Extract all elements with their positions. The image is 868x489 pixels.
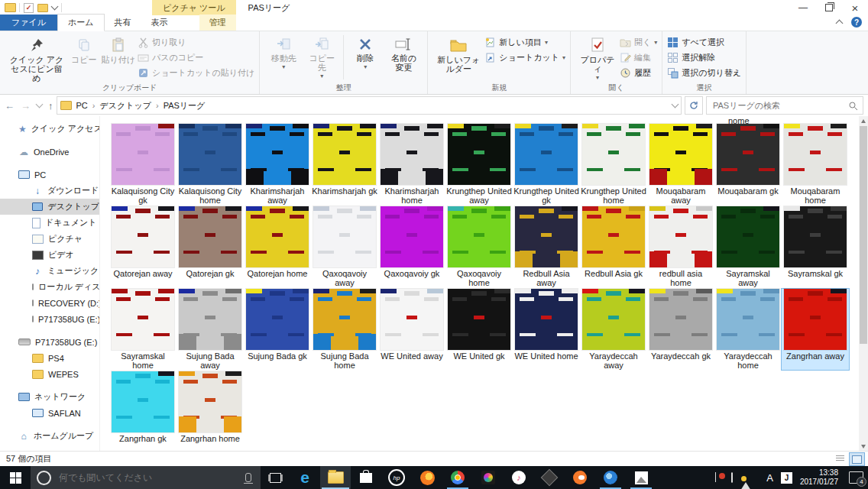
- copy-button[interactable]: コピー: [69, 34, 99, 66]
- breadcrumb-separator-icon[interactable]: ›: [156, 101, 159, 110]
- file-item[interactable]: WE United gk: [445, 289, 513, 370]
- scroll-up-icon[interactable]: [859, 116, 868, 125]
- file-item[interactable]: Zangrhan home: [177, 371, 244, 451]
- taskbar-app-firefox-icon[interactable]: [412, 466, 442, 489]
- copy-to-button[interactable]: コピー先 ▾: [303, 34, 341, 83]
- tab-home[interactable]: ホーム: [57, 14, 105, 31]
- file-item[interactable]: Kharimsharjah gk: [311, 124, 378, 205]
- action-center-icon[interactable]: 4: [849, 471, 863, 484]
- taskbar-app-edge-icon[interactable]: e: [290, 466, 320, 489]
- sidebar-item[interactable]: ピクチャ: [0, 231, 99, 247]
- tray-pen-icon[interactable]: [731, 473, 733, 482]
- breadcrumb-item[interactable]: PC: [76, 101, 88, 110]
- tab-view[interactable]: 表示: [141, 15, 178, 31]
- file-item[interactable]: Sujung Bada gk: [244, 289, 311, 370]
- close-button[interactable]: ×: [842, 0, 868, 15]
- sidebar-item[interactable]: RECOVERY (D:): [0, 295, 99, 311]
- move-to-button[interactable]: 移動先 ▾: [264, 34, 303, 73]
- pin-to-quick-access-button[interactable]: クイック アクセスにピン留め: [5, 34, 69, 84]
- copy-path-button[interactable]: パスのコピー: [138, 50, 254, 64]
- file-item[interactable]: Yaraydeccah away: [580, 289, 647, 370]
- sidebar-item[interactable]: ↓ダウンロード: [0, 183, 99, 199]
- tab-manage[interactable]: 管理: [199, 15, 236, 31]
- file-item[interactable]: Qaxoqavoiy gk: [378, 206, 445, 287]
- sidebar-item[interactable]: P717358UG (E:): [0, 311, 99, 327]
- details-view-button[interactable]: [833, 452, 847, 465]
- delete-button[interactable]: 削除 ▾: [346, 34, 384, 73]
- history-button[interactable]: 履歴: [620, 66, 657, 79]
- file-item[interactable]: Sayramskal away: [714, 206, 782, 287]
- file-item[interactable]: Mouqabaram home: [782, 124, 849, 205]
- select-none-button[interactable]: 選択解除: [667, 50, 741, 64]
- breadcrumb-item[interactable]: デスクトップ: [99, 100, 151, 112]
- file-item[interactable]: Mouqabaram away: [647, 124, 714, 205]
- taskbar-app-hp-icon[interactable]: hp: [381, 466, 412, 489]
- sidebar-item[interactable]: ビデオ: [0, 247, 99, 263]
- sidebar-item[interactable]: ☁OneDrive: [0, 144, 99, 160]
- cortana-input[interactable]: [57, 471, 239, 484]
- help-icon[interactable]: ?: [851, 17, 862, 28]
- tab-file[interactable]: ファイル: [0, 15, 57, 31]
- vertical-scrollbar[interactable]: [859, 116, 868, 451]
- paste-shortcut-button[interactable]: ショートカットの貼り付け: [138, 66, 254, 79]
- scroll-down-icon[interactable]: [859, 442, 868, 451]
- tray-ime-j-icon[interactable]: J: [781, 472, 792, 484]
- sidebar-item[interactable]: デスクトップ: [0, 199, 99, 215]
- file-item[interactable]: Redbull Asia away: [513, 206, 580, 287]
- sidebar-item[interactable]: ⌂ホームグループ: [0, 428, 99, 444]
- file-item[interactable]: Kalaquisong City gk: [109, 124, 177, 205]
- sidebar-item[interactable]: PC: [0, 167, 99, 183]
- file-item[interactable]: Sayramskal gk: [782, 206, 849, 287]
- breadcrumb-separator-icon[interactable]: ›: [92, 101, 96, 110]
- thumbnail-view-button[interactable]: [849, 452, 865, 466]
- new-folder-button[interactable]: 新しいフォルダー: [432, 34, 484, 75]
- back-button[interactable]: ←: [5, 100, 15, 112]
- file-item[interactable]: Sayramskal home: [109, 289, 177, 370]
- invert-selection-button[interactable]: 選択の切り替え: [667, 66, 741, 79]
- file-item[interactable]: Qaxoqavoiy away: [311, 206, 378, 287]
- refresh-button[interactable]: [685, 96, 703, 115]
- file-item[interactable]: Kharimsharjah home: [378, 124, 445, 205]
- sidebar-item[interactable]: PS4: [0, 350, 99, 366]
- file-item[interactable]: Kalaquisong City home: [177, 124, 244, 205]
- taskbar-app-photo-editor-icon[interactable]: [473, 466, 504, 489]
- paste-button[interactable]: 貼り付け: [99, 34, 138, 66]
- file-item[interactable]: Krungthep United gk: [513, 124, 580, 205]
- file-item[interactable]: Krungthep United home: [580, 124, 647, 205]
- taskbar-app-inkscape-icon[interactable]: [534, 466, 565, 489]
- breadcrumb[interactable]: PC›デスクトップ›PASリーグ: [57, 96, 682, 115]
- microphone-icon[interactable]: [245, 473, 251, 482]
- file-item[interactable]: Qaxoqavoiy home: [445, 206, 513, 287]
- up-button[interactable]: ↑: [48, 100, 53, 112]
- file-item[interactable]: Zangrhan gk: [109, 371, 177, 451]
- file-item[interactable]: Yaraydeccah home: [714, 289, 782, 370]
- cortana-search[interactable]: [31, 466, 261, 489]
- taskbar-app-blender-icon[interactable]: [565, 466, 595, 489]
- file-item[interactable]: redbull asia home: [647, 206, 714, 287]
- properties-quick-icon[interactable]: ✓: [24, 3, 34, 13]
- search-box[interactable]: [706, 96, 863, 115]
- sidebar-item[interactable]: WEPES: [0, 366, 99, 382]
- file-item[interactable]: Qatorejan away: [109, 206, 177, 287]
- rename-button[interactable]: 名前の変更: [384, 34, 423, 73]
- file-item[interactable]: Kharimsharjah away: [244, 124, 311, 205]
- select-all-button[interactable]: すべて選択: [667, 35, 741, 49]
- taskbar-app-store-icon[interactable]: [351, 466, 381, 489]
- edit-button[interactable]: 編集: [620, 50, 657, 64]
- file-item[interactable]: WE United home: [513, 289, 580, 370]
- file-item[interactable]: Mouqabaram gk: [714, 124, 782, 205]
- new-item-button[interactable]: 新しい項目 ▾: [484, 35, 565, 49]
- tab-share[interactable]: 共有: [105, 15, 141, 31]
- file-item[interactable]: Redbull Asia gk: [580, 206, 647, 287]
- scrollbar-thumb[interactable]: [860, 126, 867, 344]
- breadcrumb-item[interactable]: PASリーグ: [164, 100, 206, 112]
- new-folder-quick-icon[interactable]: [37, 4, 48, 12]
- search-input[interactable]: [711, 100, 845, 111]
- minimize-button[interactable]: —: [790, 0, 816, 15]
- tray-wifi-icon[interactable]: [740, 473, 751, 482]
- address-dropdown-icon[interactable]: [672, 101, 679, 108]
- file-item[interactable]: Sujung Bada away: [177, 289, 244, 370]
- file-item[interactable]: Qatorejan gk: [177, 206, 244, 287]
- taskbar-app-chrome-icon[interactable]: [442, 466, 473, 489]
- sidebar-item[interactable]: ★クイック アクセス: [0, 121, 99, 137]
